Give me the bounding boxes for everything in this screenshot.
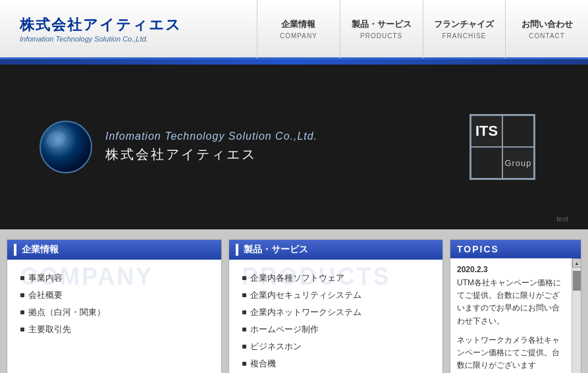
list-dot	[242, 276, 246, 280]
list-item[interactable]: 拠点（白河・関東）	[20, 304, 211, 321]
list-item[interactable]: 複合機	[242, 355, 433, 372]
scroll-up-button[interactable]: ▲	[572, 258, 581, 268]
list-dot	[242, 310, 246, 314]
its-cell-bottom-left	[471, 147, 502, 179]
products-header-bar	[236, 244, 238, 256]
scroll-track	[572, 268, 581, 373]
list-item[interactable]: 主要取引先	[20, 321, 211, 338]
company-item-2: 拠点（白河・関東）	[28, 306, 105, 318]
company-item-1: 会社概要	[28, 289, 63, 301]
list-dot	[20, 293, 24, 297]
list-item[interactable]: 事業内容	[20, 270, 211, 287]
company-panel-header: 企業情報	[7, 240, 221, 260]
group-label: Group	[502, 147, 534, 179]
logo-area: 株式会社アイティエス Infomation Technology Solutio…	[0, 15, 257, 43]
nav-franchise-jp: フランチャイズ	[434, 18, 494, 30]
nav-company-en: COMPANY	[280, 32, 317, 40]
list-dot	[242, 345, 246, 349]
list-item[interactable]: ホームページ制作	[242, 321, 433, 338]
list-item[interactable]: ビジネスホン	[242, 338, 433, 355]
hero-text: Infomation Technology Solution Co.,Ltd. …	[105, 130, 317, 163]
products-item-3: ホームページ制作	[250, 324, 319, 335]
list-item[interactable]: 会社概要	[20, 287, 211, 304]
company-panel: 企業情報 COMPANY 事業内容 会社概要 拠点（白河・関東） 主要取引先	[7, 239, 222, 373]
list-dot	[20, 310, 24, 314]
products-item-0: 企業内各種ソフトウェア	[250, 272, 344, 284]
header: 株式会社アイティエス Infomation Technology Solutio…	[0, 0, 588, 59]
hero-text-jp: 株式会社アイティエス	[105, 146, 317, 163]
products-panel-title: 製品・サービス	[244, 244, 308, 256]
nav-contact-en: CONTACT	[529, 32, 565, 40]
list-item[interactable]: 企業内セキュリティシステム	[242, 287, 433, 304]
products-item-2: 企業内ネットワークシステム	[250, 306, 361, 318]
company-header-bar	[14, 244, 16, 256]
its-label: ITS	[471, 115, 502, 147]
products-panel: 製品・サービス PRODUCTS 企業内各種ソフトウェア 企業内セキュリティシス…	[228, 239, 444, 373]
nav-company[interactable]: 企業情報 COMPANY	[257, 0, 340, 59]
company-list: 事業内容 会社概要 拠点（白河・関東） 主要取引先	[7, 260, 221, 348]
nav-area: 企業情報 COMPANY 製品・サービス PRODUCTS フランチャイズ FR…	[257, 0, 588, 59]
products-list: 企業内各種ソフトウェア 企業内セキュリティシステム 企業内ネットワークシステム …	[229, 260, 443, 373]
company-item-0: 事業内容	[28, 272, 63, 284]
globe-icon	[40, 121, 92, 173]
company-item-3: 主要取引先	[28, 324, 71, 335]
hero-section: Infomation Technology Solution Co.,Ltd. …	[0, 65, 588, 229]
nav-company-jp: 企業情報	[281, 18, 315, 30]
top-strip	[0, 59, 588, 65]
list-dot	[20, 328, 24, 331]
nav-products-en: PRODUCTS	[360, 32, 402, 40]
list-dot	[242, 362, 246, 366]
its-group-logo: ITS Group	[469, 114, 535, 180]
nav-products-jp: 製品・サービス	[352, 18, 412, 30]
topics-header: TOPICS	[450, 240, 581, 258]
test-label: test	[556, 215, 568, 223]
nav-franchise-en: FRANCHISE	[442, 32, 486, 40]
nav-contact[interactable]: お問い合わせ CONTACT	[505, 0, 588, 59]
products-panel-header: 製品・サービス	[229, 240, 443, 260]
nav-contact-jp: お問い合わせ	[521, 18, 573, 30]
products-item-4: ビジネスホン	[250, 341, 302, 353]
its-cell-top-right	[502, 115, 534, 147]
nav-products[interactable]: 製品・サービス PRODUCTS	[340, 0, 423, 59]
topics-text-2: ネットワークカメラ各社キャンペーン価格にてご提供。台数に限りがございます	[457, 334, 565, 372]
products-item-1: 企業内セキュリティシステム	[250, 289, 361, 301]
list-item[interactable]: 企業内ネットワークシステム	[242, 304, 433, 321]
list-dot	[242, 328, 246, 331]
list-item[interactable]: 企業内各種ソフトウェア	[242, 270, 433, 287]
topics-text-1: UTM各社キャンペーン価格にてご提供。台数に限りがございますのでお早めにお問い合…	[457, 277, 565, 328]
products-item-5: 複合機	[250, 358, 276, 370]
topics-date-1: 2020.2.3	[457, 265, 565, 274]
hero-globe-area: Infomation Technology Solution Co.,Ltd. …	[40, 121, 317, 173]
topics-title: TOPICS	[457, 244, 499, 254]
logo-main: 株式会社アイティエス	[20, 15, 257, 35]
nav-franchise[interactable]: フランチャイズ FRANCHISE	[423, 0, 506, 59]
main-content: 企業情報 COMPANY 事業内容 会社概要 拠点（白河・関東） 主要取引先	[0, 229, 588, 373]
list-dot	[20, 276, 24, 280]
hero-text-en: Infomation Technology Solution Co.,Ltd.	[105, 130, 317, 142]
topics-body: 2020.2.3 UTM各社キャンペーン価格にてご提供。台数に限りがございますの…	[450, 258, 581, 373]
company-panel-title: 企業情報	[22, 244, 59, 256]
topics-text-area: 2020.2.3 UTM各社キャンペーン価格にてご提供。台数に限りがございますの…	[450, 258, 572, 373]
logo-sub: Infomation Technology Solution Co.,Ltd.	[20, 35, 257, 43]
list-dot	[242, 293, 246, 297]
scroll-thumb[interactable]	[573, 271, 581, 291]
scrollbar[interactable]: ▲ ▼	[572, 258, 581, 373]
topics-panel: TOPICS 2020.2.3 UTM各社キャンペーン価格にてご提供。台数に限り…	[450, 239, 581, 373]
